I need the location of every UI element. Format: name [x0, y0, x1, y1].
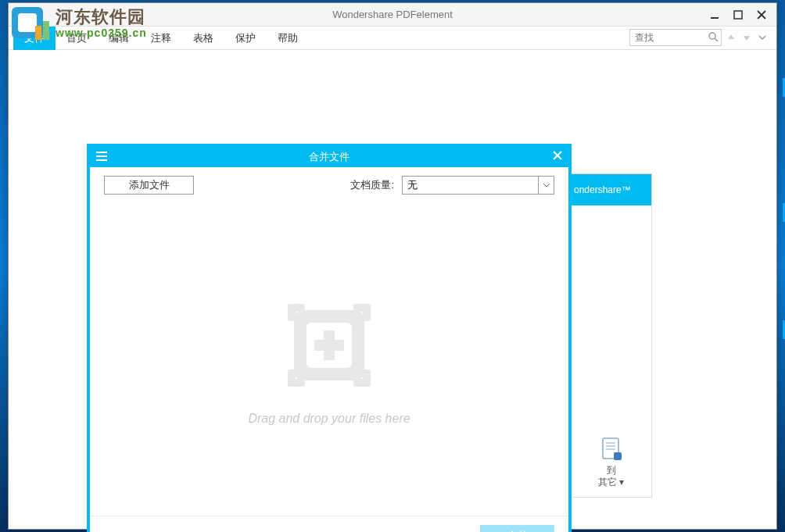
drop-hint-text: Drag and drop your files here — [248, 412, 410, 426]
app-window: 河东软件园 www.pc0359.cn Wondershare PDFeleme… — [8, 2, 777, 530]
nav-up-icon[interactable] — [725, 29, 737, 46]
search-icon[interactable] — [708, 32, 719, 45]
quality-value: 无 — [407, 178, 418, 192]
dialog-toolbar: 添加文件 文档质量: 无 — [90, 167, 568, 203]
drop-zone[interactable]: Drag and drop your files here — [90, 203, 568, 516]
svg-rect-3 — [43, 21, 49, 40]
content-area: ondershare™ 到 其它 ▾ 合并文件 — [9, 50, 776, 529]
add-files-icon — [278, 295, 380, 396]
dialog-title: 合并文件 — [309, 150, 349, 164]
quality-select[interactable]: 无 — [402, 176, 554, 195]
maximize-button[interactable] — [726, 4, 750, 26]
svg-rect-30 — [288, 370, 296, 387]
svg-point-8 — [709, 33, 715, 39]
dialog-footer: 合并 — [90, 516, 568, 532]
menu-help[interactable]: 帮助 — [267, 27, 309, 50]
svg-rect-2 — [35, 26, 41, 40]
svg-rect-1 — [18, 13, 37, 32]
to-other-label: 到 其它 ▾ — [571, 465, 651, 487]
close-button[interactable] — [750, 4, 773, 26]
add-file-button[interactable]: 添加文件 — [104, 176, 194, 195]
to-other-option[interactable]: 到 其它 ▾ — [571, 437, 651, 487]
svg-rect-28 — [288, 304, 296, 321]
watermark-site-url: www.pc0359.cn — [56, 27, 147, 39]
nav-down-icon[interactable] — [740, 29, 753, 46]
dialog-close-icon[interactable] — [553, 150, 562, 162]
dialog-header[interactable]: 合并文件 — [90, 147, 568, 167]
minimize-button[interactable] — [703, 4, 726, 26]
wondershare-brand: ondershare™ — [571, 174, 651, 205]
svg-rect-14 — [614, 452, 622, 460]
background-convert-panel: ondershare™ 到 其它 ▾ — [570, 173, 652, 498]
svg-rect-31 — [363, 370, 371, 387]
dropdown-icon[interactable] — [538, 177, 554, 194]
merge-button[interactable]: 合并 — [480, 525, 554, 533]
menu-protect[interactable]: 保护 — [224, 27, 267, 50]
menu-forms[interactable]: 表格 — [182, 27, 224, 50]
watermark-site-name: 河东软件园 — [56, 5, 145, 29]
hamburger-icon[interactable] — [96, 151, 107, 163]
nav-more-icon[interactable] — [756, 29, 769, 46]
svg-line-9 — [715, 38, 718, 41]
svg-rect-5 — [734, 11, 742, 19]
watermark-logo — [9, 2, 56, 43]
document-icon — [600, 437, 623, 462]
quality-label: 文档质量: — [350, 178, 394, 192]
merge-files-dialog: 合并文件 添加文件 文档质量: 无 — [87, 144, 572, 532]
svg-rect-23 — [314, 340, 344, 351]
svg-rect-29 — [363, 304, 371, 321]
